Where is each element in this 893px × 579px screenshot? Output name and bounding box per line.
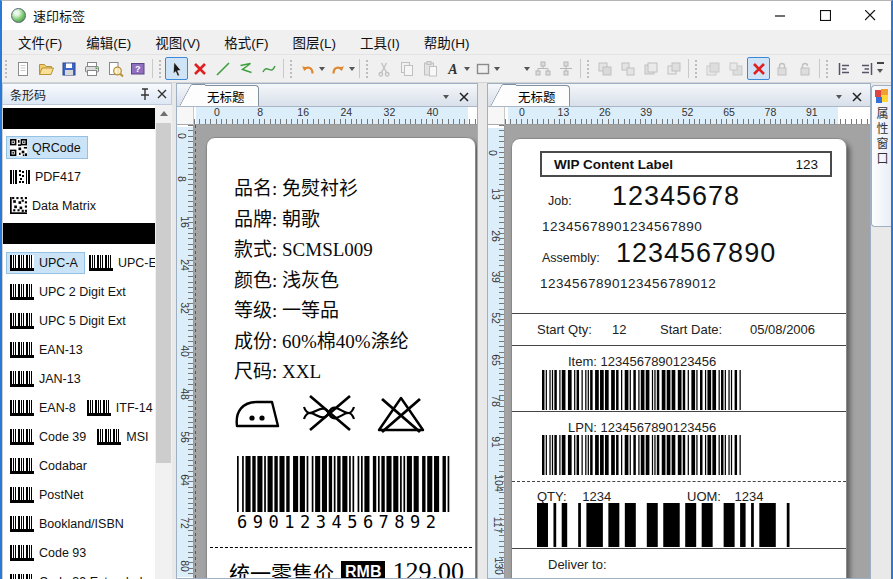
right-doc-tab[interactable]: 无标题 [504,85,570,106]
left-doc-tab[interactable]: 无标题 [193,85,259,106]
sidebar-item-upc-2-digit-ext[interactable]: UPC 2 Digit Ext [6,281,133,303]
select-cursor-button[interactable] [165,57,188,80]
undo-dropdown-icon[interactable] [319,67,325,74]
minimize-button[interactable] [758,0,803,30]
curve-tool-button[interactable] [257,57,280,80]
sidebar-item-data-matrix[interactable]: Data Matrix [6,194,103,217]
toolbar-overflow-button[interactable] [873,60,888,78]
doc-list-dropdown-icon[interactable] [443,95,449,102]
scrollbar-thumb[interactable] [156,123,171,463]
sidebar-item-pdf417[interactable]: PDF417 [6,166,88,188]
sidebar-item-code-93[interactable]: Code 93 [6,542,93,564]
sidebar-item-upc-a[interactable]: UPC-A [6,252,85,274]
uom-label[interactable]: UOM: [687,489,721,504]
assembly-label[interactable]: Assembly: [542,251,600,265]
align-left-edge-button[interactable] [832,57,855,80]
qty-barcode[interactable] [537,503,795,547]
start-qty-label[interactable]: Start Qty: [537,322,592,337]
bring-front-button[interactable] [701,57,724,80]
sidebar-group-header[interactable] [3,223,155,244]
menu-item-tools[interactable]: 工具(I) [348,29,412,55]
sidebar-scrollbar[interactable] [155,105,172,579]
care-symbols[interactable] [227,390,429,436]
undo-button[interactable] [296,57,319,80]
right-canvas[interactable]: WIP Content Label 123 Job: 12345678 1234… [505,125,870,578]
save-button[interactable] [57,57,80,80]
menu-item-edit[interactable]: 编辑(E) [74,29,143,55]
sidebar-item-bookland-isbn[interactable]: Bookland/ISBN [6,513,131,535]
print-preview-button[interactable] [103,57,126,80]
start-date-label[interactable]: Start Date: [660,322,722,337]
toolbar-grip[interactable] [289,60,294,78]
toolbar-grip[interactable] [694,60,699,78]
sidebar-item-msi[interactable]: MSI [93,426,155,448]
new-file-button[interactable] [11,57,34,80]
item-barcode[interactable] [542,370,742,410]
open-folder-button[interactable] [34,57,57,80]
start-date-value[interactable]: 05/08/2006 [750,322,815,337]
job-label[interactable]: Job: [548,194,572,208]
sidebar-item-codabar[interactable]: Codabar [6,455,94,477]
menu-item-file[interactable]: 文件(F) [6,29,74,55]
delete-object-button[interactable] [188,57,211,80]
toolbar-grip[interactable] [825,60,830,78]
sidebar-item-postnet[interactable]: PostNet [6,484,90,506]
break-apart-button[interactable] [662,57,685,80]
ean13-barcode[interactable]: 6901234567892 [237,456,451,532]
lpn-value[interactable]: 1234567890123456 [601,420,717,435]
sidebar-item-itf-14[interactable]: ITF-14 [83,397,160,419]
sidebar-item-jan-13[interactable]: JAN-13 [6,368,88,390]
cut-button[interactable] [372,57,395,80]
sidebar-item-code-39-extended[interactable]: Code 39 Extended [6,571,150,579]
lock-button[interactable] [770,57,793,80]
redo-button[interactable] [326,57,349,80]
clothing-text-line[interactable]: 款式: SCMSL009 [234,235,409,266]
font-style-button[interactable]: A [441,57,464,80]
left-canvas[interactable]: 品名: 免熨衬衫品牌: 朝歌款式: SCMSL009颜色: 浅灰色等级: 一等品… [194,125,477,578]
combine-button[interactable] [639,57,662,80]
ungroup-button[interactable] [616,57,639,80]
menu-item-layer[interactable]: 图层(L) [281,29,349,55]
clothing-text-line[interactable]: 尺码: XXL [234,357,409,388]
sidebar-item-ean-13[interactable]: EAN-13 [6,339,90,361]
clothing-text-line[interactable]: 颜色: 浅灰色 [234,266,409,297]
distribute-nodes-button[interactable] [531,57,554,80]
fill-style-dropdown-icon[interactable] [524,67,530,74]
maximize-button[interactable] [803,0,848,30]
toolbar-grip[interactable] [4,60,9,78]
clothing-text-line[interactable]: 等级: 一等品 [234,296,409,327]
delete-selected-button[interactable] [747,57,770,80]
fill-style-button[interactable] [501,57,524,80]
shape-style-dropdown-icon[interactable] [494,67,500,74]
clothing-text-line[interactable]: 品名: 免熨衬衫 [234,174,409,205]
toolbar-grip[interactable] [365,60,370,78]
clothing-text-line[interactable]: 成份: 60%棉40%涤纶 [234,327,409,358]
sidebar-group-header[interactable] [3,108,155,129]
doc-list-dropdown-icon[interactable] [836,95,842,102]
item-value[interactable]: 1234567890123456 [601,354,717,369]
close-button[interactable] [848,0,893,30]
font-style-dropdown-icon[interactable] [464,67,470,74]
sidebar-item-upc-5-digit-ext[interactable]: UPC 5 Digit Ext [6,310,133,332]
menu-item-format[interactable]: 格式(F) [212,29,280,55]
sidebar-item-ean-8[interactable]: EAN-8 [6,397,83,419]
qty-label[interactable]: QTY: [537,489,567,504]
menu-item-help[interactable]: 帮助(H) [412,29,482,55]
properties-panel-tab[interactable]: 属性窗口 [871,85,891,227]
send-back-button[interactable] [724,57,747,80]
help-about-button[interactable]: ? [126,57,149,80]
job-value[interactable]: 12345678 [612,181,740,212]
print-button[interactable] [80,57,103,80]
clothing-text-line[interactable]: 品牌: 朝歌 [234,205,409,236]
shape-style-button[interactable] [471,57,494,80]
start-qty-value[interactable]: 12 [612,322,626,337]
price-line[interactable]: 统一零售价 RMB 129.00 [229,557,464,578]
sidebar-item-code-39[interactable]: Code 39 [6,426,93,448]
doc-close-icon[interactable] [852,92,862,102]
wip-content-label[interactable]: WIP Content Label 123 Job: 12345678 1234… [511,138,847,578]
polyline-tool-button[interactable] [234,57,257,80]
doc-close-icon[interactable] [459,92,469,102]
lpn-label[interactable]: LPN: [568,420,597,435]
redo-dropdown-icon[interactable] [349,67,355,74]
clothing-label[interactable]: 品名: 免熨衬衫品牌: 朝歌款式: SCMSL009颜色: 浅灰色等级: 一等品… [206,137,476,578]
